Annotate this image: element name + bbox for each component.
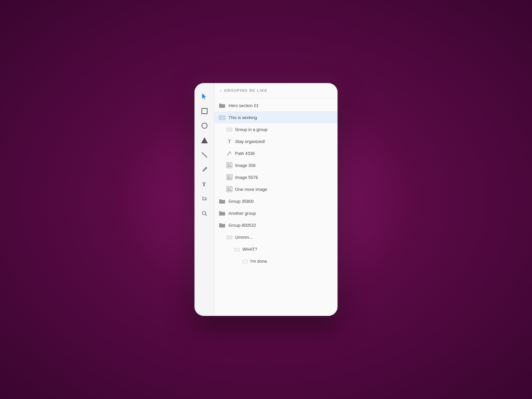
folder-light-xs-icon-imdone <box>242 259 248 263</box>
folder-dark-icon-800532 <box>218 222 226 228</box>
image-layer-icon-one-more <box>226 186 232 192</box>
layer-label-ummm: Ummm... <box>235 235 333 240</box>
folder-light-icon <box>218 114 226 120</box>
crop-icon <box>201 196 207 202</box>
layer-label-group-in-a-group: Group in a group <box>235 127 333 132</box>
layer-label-another-group: Another group <box>228 211 333 216</box>
layer-item-image-358[interactable]: Image 358 <box>214 159 337 171</box>
layer-label-one-more-image: One more image <box>235 187 333 192</box>
rectangle-tool[interactable] <box>198 104 211 118</box>
app-window: T ‹ GROUPING BE LIKE <box>195 83 337 316</box>
text-icon: T <box>201 181 207 187</box>
folder-light-xs-icon-what <box>234 247 240 251</box>
layer-label-stay-organized: Stay organized! <box>235 139 333 144</box>
layer-label-image-358: Image 358 <box>235 163 333 168</box>
layer-item-hero-section[interactable]: Hero section 01 <box>214 99 337 111</box>
layer-item-what[interactable]: WHAT? <box>214 243 337 255</box>
text-tool[interactable]: T <box>198 178 211 191</box>
layer-label-image-5576: Image 5576 <box>235 175 333 180</box>
folder-dark-icon <box>218 102 226 108</box>
crop-tool[interactable] <box>198 192 211 205</box>
layer-label-path-4336: Path 4336 <box>235 151 333 156</box>
svg-point-5 <box>227 155 228 156</box>
folder-dark-icon-another <box>218 210 226 216</box>
layer-item-another-group[interactable]: Another group <box>214 207 337 219</box>
toolbar: T <box>195 83 214 316</box>
layer-label-hero-section: Hero section 01 <box>228 103 333 108</box>
ellipse-tool[interactable] <box>198 119 211 132</box>
layer-label-group-35800: Group 35800 <box>228 199 333 204</box>
svg-rect-3 <box>219 116 225 120</box>
layer-item-ummm[interactable]: Ummm... <box>214 231 337 243</box>
layer-label-this-is-working: This is working <box>228 115 333 120</box>
layer-item-image-5576[interactable]: Image 5576 <box>214 171 337 183</box>
image-layer-icon-5576 <box>226 174 232 180</box>
folder-light-sm-icon-ummm <box>226 235 232 240</box>
layer-item-group-35800[interactable]: Group 35800 <box>214 195 337 207</box>
pen-icon <box>201 167 207 173</box>
line-tool[interactable] <box>198 148 211 162</box>
layer-item-stay-organized[interactable]: T Stay organized! <box>214 135 337 147</box>
text-layer-icon: T <box>226 138 232 144</box>
panel-header: ‹ GROUPING BE LIKE <box>214 83 337 98</box>
layer-item-one-more-image[interactable]: One more image <box>214 183 337 195</box>
layer-item-group-in-a-group[interactable]: Group in a group <box>214 123 337 135</box>
layer-item-group-800532[interactable]: Group 800532 <box>214 219 337 231</box>
line-icon <box>201 152 207 158</box>
rectangle-icon <box>201 108 207 114</box>
main-panel: ‹ GROUPING BE LIKE Hero section 01 <box>214 83 337 316</box>
cursor-tool[interactable] <box>198 90 211 103</box>
triangle-tool[interactable] <box>198 134 211 147</box>
layer-label-what: WHAT? <box>242 247 333 252</box>
svg-marker-0 <box>202 93 206 99</box>
svg-point-11 <box>228 188 229 189</box>
svg-point-7 <box>228 164 229 165</box>
svg-point-9 <box>228 176 229 177</box>
image-layer-icon-358 <box>226 162 232 168</box>
search-icon <box>201 210 207 216</box>
layer-item-im-done[interactable]: I'm done. <box>214 255 337 267</box>
path-layer-icon <box>226 150 232 156</box>
layer-item-this-is-working[interactable]: This is working <box>214 111 337 123</box>
layer-label-group-800532: Group 800532 <box>228 223 333 228</box>
triangle-icon <box>201 137 208 143</box>
pen-tool[interactable] <box>198 163 211 176</box>
layer-label-im-done: I'm done. <box>250 259 333 264</box>
panel-title: GROUPING BE LIKE <box>224 88 267 92</box>
layer-item-path-4336[interactable]: Path 4336 <box>214 147 337 159</box>
ellipse-icon <box>201 123 207 129</box>
search-tool[interactable] <box>198 207 211 220</box>
layer-list: Hero section 01 This is working <box>214 98 337 316</box>
folder-dark-icon-35800 <box>218 198 226 204</box>
back-button[interactable]: ‹ <box>220 88 221 93</box>
folder-light-sm-icon <box>226 127 232 132</box>
svg-text:T: T <box>202 181 206 187</box>
